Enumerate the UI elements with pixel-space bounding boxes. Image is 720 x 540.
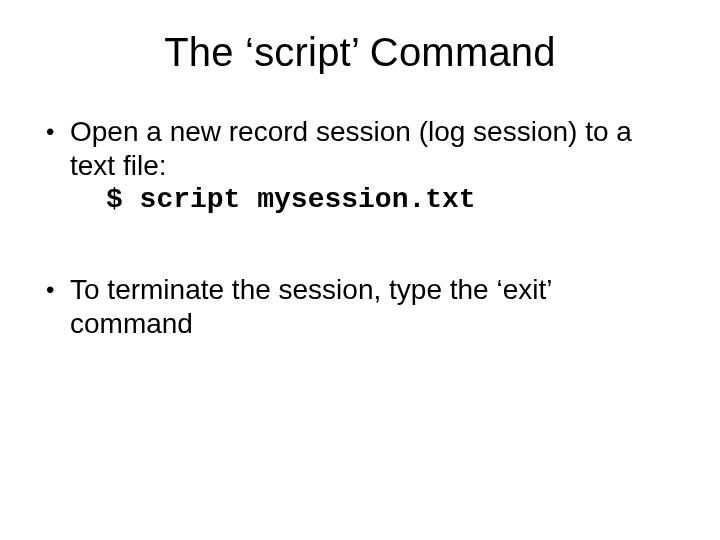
list-item: Open a new record session (log session) … [40, 115, 680, 217]
bullet-text: To terminate the session, type the ‘exit… [70, 273, 680, 341]
slide-title: The ‘script’ Command [40, 30, 680, 75]
slide: The ‘script’ Command Open a new record s… [0, 0, 720, 540]
bullet-list: Open a new record session (log session) … [40, 115, 680, 341]
list-item: To terminate the session, type the ‘exit… [40, 273, 680, 341]
code-line: $ script mysession.txt [106, 183, 680, 217]
bullet-text: Open a new record session (log session) … [70, 115, 680, 183]
